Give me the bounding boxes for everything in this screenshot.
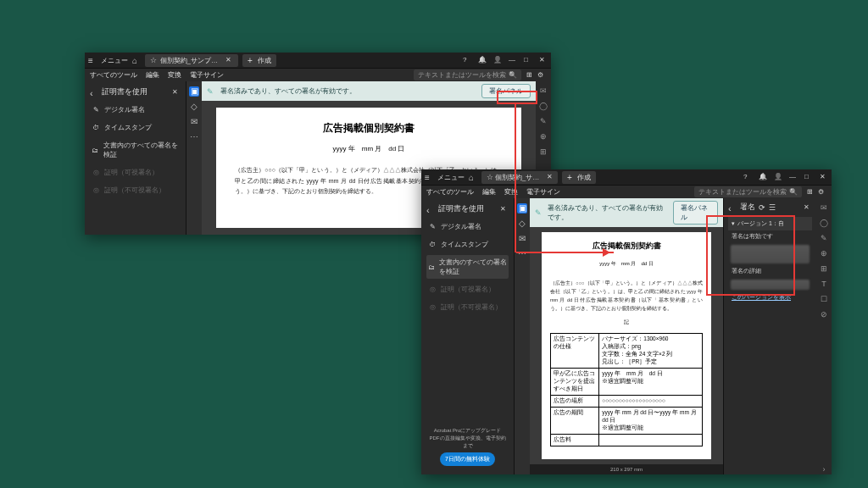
comment-tool-icon[interactable]: ✉ xyxy=(189,117,199,127)
create-button[interactable]: 作成 xyxy=(242,54,276,67)
sidebar-item-digital-sign[interactable]: ✎デジタル署名 xyxy=(426,219,509,234)
document-tab[interactable]: 個別契約_サンプル1-2… xyxy=(145,54,238,67)
gear-icon[interactable] xyxy=(818,188,826,197)
rtool-3[interactable]: ✎ xyxy=(820,234,829,243)
more-tool-icon[interactable]: ⋯ xyxy=(517,249,527,259)
menu-all[interactable]: すべてのツール xyxy=(426,187,474,197)
minimize-icon[interactable] xyxy=(509,56,517,64)
rtool-3[interactable]: ✎ xyxy=(539,117,548,126)
sidebar-item-digital-sign[interactable]: ✎デジタル署名 xyxy=(90,103,181,117)
maximize-icon[interactable] xyxy=(524,56,532,64)
clock-icon: ⏱ xyxy=(428,241,437,248)
rtool-collapse[interactable]: › xyxy=(820,465,829,474)
sig-refresh-icon[interactable]: ⟳ xyxy=(759,203,765,212)
close-sidebar-icon[interactable] xyxy=(172,88,181,97)
rtool-5[interactable]: ⊞ xyxy=(820,264,829,274)
right-tool-column: ✉ ◯ ✎ ⊕ ⊞ T ☐ ⊘ › xyxy=(816,198,832,474)
menu-edit[interactable]: 編集 xyxy=(482,187,496,197)
badge-icon: ◎ xyxy=(428,303,437,311)
maximize-icon[interactable] xyxy=(804,173,813,181)
help-icon[interactable]: ? xyxy=(463,56,471,64)
menu-convert[interactable]: 変換 xyxy=(168,70,181,80)
back-icon[interactable] xyxy=(90,88,98,97)
badge-icon: ◎ xyxy=(92,186,100,194)
rtool-6[interactable]: T xyxy=(820,280,829,289)
more-tool-icon[interactable]: ⋯ xyxy=(189,132,199,142)
search-box[interactable]: テキストまたはツールを検索 xyxy=(694,186,802,197)
arrow-drop xyxy=(515,103,516,252)
close-window-icon[interactable] xyxy=(820,173,828,181)
bookmark-tool-icon[interactable]: ◇ xyxy=(189,102,199,112)
rtool-2[interactable]: ◯ xyxy=(820,219,829,228)
rtool-1[interactable]: ✉ xyxy=(820,203,829,213)
signature-banner: 署名済みであり、すべての署名が有効です。 署名パネル xyxy=(202,81,536,101)
trial-button[interactable]: 7日間の無料体験 xyxy=(440,452,495,466)
rtool-5[interactable]: ⊞ xyxy=(539,147,548,157)
rtool-7[interactable]: ☐ xyxy=(820,295,829,304)
contract-table: 広告コンテンツの仕様バナーサイズ：1300×960 入稿形式：png 文字数：全… xyxy=(550,333,703,446)
signed-icon xyxy=(535,208,542,217)
star-icon xyxy=(150,56,158,64)
folder-icon: 🗂 xyxy=(92,147,99,154)
sidebar-item-cert-invisible: ◎証明（不可視署名） xyxy=(90,183,181,197)
sig-version[interactable]: ▾バージョン 1：自 xyxy=(728,217,812,230)
panel-tool-icon[interactable]: ▣ xyxy=(189,86,199,97)
panel-tool-icon[interactable]: ▣ xyxy=(517,203,527,214)
rtool-4[interactable]: ⊕ xyxy=(820,249,829,258)
sidebar-item-verify-all[interactable]: 🗂文書内のすべての署名を検証 xyxy=(90,138,181,162)
menu-esign[interactable]: 電子サイン xyxy=(190,70,224,80)
user-icon[interactable] xyxy=(774,173,782,181)
sig-show-version-link[interactable]: このバージョンを表示 xyxy=(728,291,812,304)
sidebar-item-cert-visible: ◎証明（可視署名） xyxy=(90,165,181,180)
banner-text: 署名済みであり、すべての署名が有効です。 xyxy=(220,86,356,96)
signature-panel-button[interactable]: 署名パネル xyxy=(481,84,531,98)
left-tool-column: ▣ ◇ ✉ ⋯ xyxy=(186,81,202,235)
menu-all[interactable]: すべてのツール xyxy=(90,70,137,80)
close-tab-icon[interactable] xyxy=(547,173,553,181)
signature-panel-button[interactable]: 署名パネル xyxy=(673,201,718,225)
sig-sort-icon[interactable]: ☰ xyxy=(769,203,776,212)
back-icon[interactable] xyxy=(728,203,737,212)
sidebar-item-verify-all[interactable]: 🗂文書内のすべての署名を検証 xyxy=(426,255,509,279)
menu-icon[interactable] xyxy=(425,173,433,181)
menu-label[interactable]: メニュー xyxy=(101,56,128,65)
home-icon[interactable] xyxy=(469,173,477,181)
bell-icon[interactable] xyxy=(759,173,767,181)
find-icon[interactable]: ⊞ xyxy=(526,71,532,79)
home-icon[interactable] xyxy=(132,56,141,64)
doc-title: 広告掲載個別契約書 xyxy=(235,121,503,136)
comment-tool-icon[interactable]: ✉ xyxy=(517,234,527,244)
user-icon[interactable] xyxy=(493,56,502,64)
find-icon[interactable]: ⊞ xyxy=(807,188,813,196)
menubar: すべてのツール 編集 変換 電子サイン テキストまたはツールを検索 ⊞ xyxy=(85,68,551,81)
sidebar-item-timestamp[interactable]: ⏱タイムスタンプ xyxy=(90,120,181,135)
signed-icon xyxy=(207,87,215,96)
bell-icon[interactable] xyxy=(478,56,487,64)
bookmark-tool-icon[interactable]: ◇ xyxy=(517,219,527,229)
back-icon[interactable] xyxy=(426,205,435,214)
menu-esign[interactable]: 電子サイン xyxy=(526,187,560,197)
minimize-icon[interactable] xyxy=(789,173,798,181)
signature-banner: 署名済みであり、すべての署名が有効です。 署名パネル xyxy=(530,198,723,227)
sidebar-item-timestamp[interactable]: ⏱タイムスタンプ xyxy=(426,237,509,252)
help-icon[interactable]: ? xyxy=(743,173,752,181)
document-tab[interactable]: 個別契約_サンプル1-2… xyxy=(481,171,558,184)
pen-icon: ✎ xyxy=(92,106,100,114)
rtool-4[interactable]: ⊕ xyxy=(539,132,548,141)
close-sidebar-icon[interactable] xyxy=(500,205,509,214)
create-button[interactable]: 作成 xyxy=(562,171,596,184)
rtool-8[interactable]: ⊘ xyxy=(820,310,829,319)
rtool-1[interactable]: ✉ xyxy=(539,86,548,96)
menu-edit[interactable]: 編集 xyxy=(146,70,159,80)
menu-icon[interactable] xyxy=(88,56,97,64)
search-box[interactable]: テキストまたはツールを検索 xyxy=(414,69,521,80)
close-window-icon[interactable] xyxy=(539,56,548,64)
arrow xyxy=(516,252,614,253)
close-tab-icon[interactable] xyxy=(225,56,233,64)
sidebar-header: 証明書を使用 xyxy=(426,202,509,216)
gear-icon[interactable] xyxy=(537,71,546,80)
plus-icon xyxy=(248,56,256,64)
menu-label[interactable]: メニュー xyxy=(437,173,465,182)
rtool-2[interactable]: ◯ xyxy=(539,102,548,111)
close-sig-panel-icon[interactable] xyxy=(804,203,812,212)
